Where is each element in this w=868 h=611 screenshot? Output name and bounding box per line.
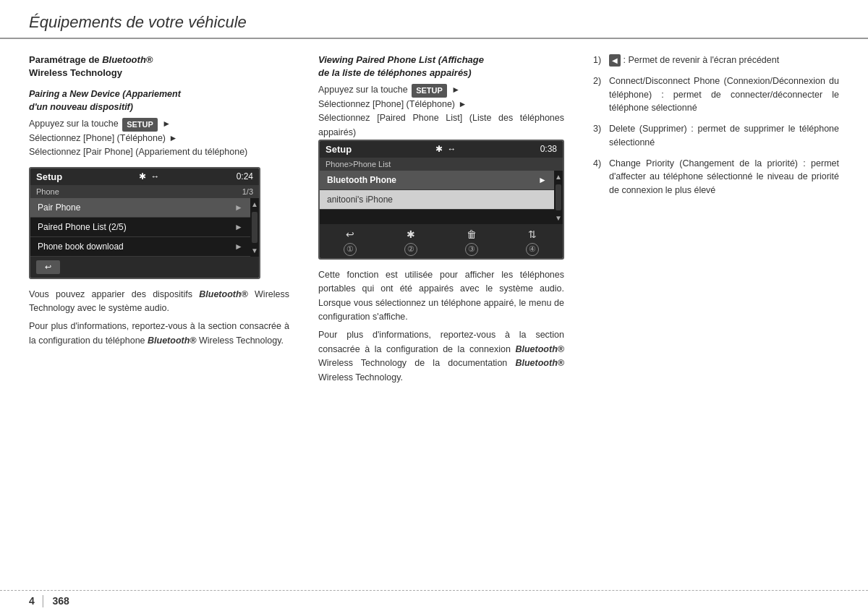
- mid-screen-icons: ✱ ↔: [435, 144, 456, 154]
- back-btn-icon: ◀: [609, 54, 621, 67]
- mid-body-2: Pour plus d'informations, reportez-vous …: [318, 328, 564, 385]
- phone-list-item-iphone[interactable]: anitooni's iPhone: [320, 190, 554, 210]
- setup-btn-mid: SETUP: [412, 84, 447, 98]
- priority-icon: ⇅: [528, 228, 537, 240]
- left-note-2: Pour plus d'informations, reportez-vous …: [29, 320, 289, 348]
- list-num-3: 3): [593, 122, 609, 150]
- left-instruction: Appuyez sur la touche SETUP ► Sélectionn…: [29, 117, 289, 159]
- icon-col-priority: ⇅ ④: [526, 228, 539, 256]
- screen-empty-space: [320, 210, 554, 224]
- list-content-4: Change Priority (Changement de la priori…: [609, 157, 839, 197]
- col-middle: Viewing Paired Phone List (Affichagede l…: [311, 54, 571, 563]
- mid-sync-icon: ↔: [447, 144, 456, 154]
- icon-num-2: ②: [404, 243, 417, 256]
- mid-device-screen: Setup ✱ ↔ 0:38 Phone>Phone List Bluetoot…: [318, 140, 564, 260]
- setup-button-indicator: SETUP: [122, 118, 158, 132]
- menu-item-paired-list[interactable]: Paired Phone List (2/5) ►: [30, 218, 250, 237]
- mid-screen-header: Setup ✱ ↔ 0:38: [320, 141, 563, 158]
- scroll-up-icon[interactable]: ▲: [251, 198, 258, 210]
- bluetooth-icon: ✱: [139, 171, 146, 181]
- menu-list: Pair Phone ► Paired Phone List (2/5) ► P…: [30, 198, 250, 257]
- mid-scroll-up[interactable]: ▲: [555, 171, 562, 183]
- mid-scrollbar: ▲ ▼: [554, 171, 563, 224]
- icon-col-delete: 🗑 ③: [465, 228, 478, 256]
- col-right: 1) ◀ : Permet de revenir à l'écran précé…: [586, 54, 839, 563]
- arrow-mid-1: ►: [451, 85, 460, 95]
- left-device-screen: Setup ✱ ↔ 0:24 Phone 1/3 Pair Phone ►: [29, 167, 260, 279]
- left-subsection-heading: Pairing a New Device (Appariementd'un no…: [29, 88, 289, 114]
- list-item-4: 4) Change Priority (Changement de la pri…: [593, 157, 839, 197]
- col-left: Paramétrage de Bluetooth® Wireless Techn…: [29, 54, 297, 563]
- arrow-right-icon: ►: [162, 119, 171, 129]
- left-note-1: Vous pouvez apparier des dispositifs Blu…: [29, 288, 289, 316]
- menu-arrow-icon: ►: [234, 202, 243, 213]
- arrow-mid-2: ►: [459, 99, 467, 109]
- mid-screen-title: Setup: [326, 144, 352, 155]
- left-section-heading: Paramétrage de Bluetooth® Wireless Techn…: [29, 54, 289, 80]
- footer-separator: │: [41, 595, 47, 607]
- list-content-3: Delete (Supprimer) : permet de supprimer…: [609, 122, 839, 150]
- bt-icon: ✱: [407, 228, 415, 240]
- list-num-4: 4): [593, 157, 609, 197]
- list-content-2: Connect/Disconnect Phone (Connexion/Déco…: [609, 74, 839, 115]
- left-subsection: Pairing a New Device (Appariementd'un no…: [29, 88, 289, 159]
- mid-scroll-down[interactable]: ▼: [555, 212, 562, 224]
- menu-item-pair-phone[interactable]: Pair Phone ►: [30, 198, 250, 218]
- menu-item-phonebook[interactable]: Phone book download ►: [30, 237, 250, 257]
- list-item-2: 2) Connect/Disconnect Phone (Connexion/D…: [593, 74, 839, 115]
- menu-arrow-icon-2: ►: [234, 222, 243, 232]
- icon-num-3: ③: [465, 243, 478, 256]
- delete-icon: 🗑: [467, 228, 477, 240]
- phone-arrow-icon: ►: [538, 175, 547, 185]
- mid-screen-body: Bluetooth Phone ► anitooni's iPhone ▲ ▼: [320, 171, 563, 224]
- middle-section-heading: Viewing Paired Phone List (Affichagede l…: [318, 54, 564, 80]
- back-icon: ↩: [346, 228, 354, 240]
- scroll-down-icon[interactable]: ▼: [251, 244, 258, 257]
- icon-num-1: ①: [344, 243, 357, 256]
- mid-bluetooth-icon: ✱: [435, 144, 443, 154]
- screen-time: 0:24: [237, 171, 253, 181]
- scroll-track: [252, 212, 258, 243]
- middle-instruction: Appuyez sur la touche SETUP ► Sélectionn…: [318, 83, 564, 140]
- mid-menu-list: Bluetooth Phone ► anitooni's iPhone: [320, 171, 554, 224]
- subheader-page: 1/3: [242, 187, 253, 196]
- mid-subheader-label: Phone>Phone List: [326, 160, 391, 168]
- list-content-1: ◀ : Permet de revenir à l'écran précéden…: [609, 54, 839, 67]
- list-num-1: 1): [593, 54, 609, 67]
- mid-icon-row: ↩ ① ✱ ② 🗑 ③ ⇅ ④: [320, 224, 563, 258]
- screen-footer: ↩: [30, 257, 259, 278]
- list-item-1: 1) ◀ : Permet de revenir à l'écran précé…: [593, 54, 839, 67]
- screen-icons: ✱ ↔: [139, 171, 159, 181]
- back-button[interactable]: ↩: [36, 260, 60, 274]
- mid-body-1: Cette fonction est utilisée pour affiche…: [318, 268, 564, 325]
- icon-num-4: ④: [526, 243, 539, 256]
- footer-page-num2: 368: [53, 595, 69, 607]
- subheader-label: Phone: [36, 187, 59, 196]
- screen-body: Pair Phone ► Paired Phone List (2/5) ► P…: [30, 198, 259, 257]
- screen-header: Setup ✱ ↔ 0:24: [30, 168, 259, 185]
- right-numbered-list: 1) ◀ : Permet de revenir à l'écran précé…: [593, 54, 839, 197]
- scrollbar: ▲ ▼: [250, 198, 259, 257]
- menu-arrow-icon-3: ►: [234, 242, 243, 252]
- mid-subheader: Phone>Phone List: [320, 158, 563, 171]
- list-num-2: 2): [593, 74, 609, 115]
- list-item-3: 3) Delete (Supprimer) : permet de suppri…: [593, 122, 839, 150]
- page-footer: 4 │ 368: [0, 590, 868, 611]
- screen-subheader: Phone 1/3: [30, 185, 259, 198]
- footer-page-num: 4: [29, 595, 35, 607]
- sync-icon: ↔: [150, 171, 159, 181]
- screen-title: Setup: [36, 171, 62, 182]
- phone-list-item-bluetooth[interactable]: Bluetooth Phone ►: [320, 171, 554, 190]
- icon-col-back: ↩ ①: [344, 228, 357, 256]
- mid-screen-time: 0:38: [540, 144, 557, 154]
- arrow-right-icon-2: ►: [169, 133, 178, 143]
- page-title: Équipements de votre véhicule: [29, 13, 247, 31]
- mid-scroll-track: [556, 184, 561, 210]
- main-content: Paramétrage de Bluetooth® Wireless Techn…: [0, 39, 868, 563]
- page-header: Équipements de votre véhicule: [0, 0, 868, 39]
- icon-col-bt: ✱ ②: [404, 228, 417, 256]
